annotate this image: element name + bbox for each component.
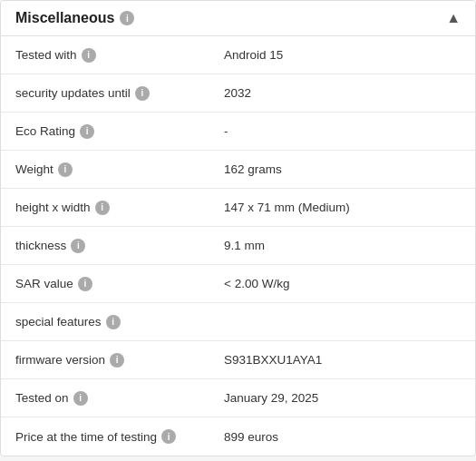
row-label: thicknessi	[15, 239, 224, 253]
row-info-icon[interactable]: i	[106, 315, 121, 329]
row-value: 9.1 mm	[224, 239, 461, 252]
row-label-text: Weight	[15, 162, 53, 176]
row-label-text: height x width	[15, 201, 91, 214]
row-info-icon[interactable]: i	[135, 86, 150, 101]
table-body: Tested withiAndroid 15security updates u…	[1, 36, 475, 456]
row-label-text: Eco Rating	[15, 124, 75, 138]
table-row: thicknessi9.1 mm	[1, 227, 475, 265]
row-label: Price at the time of testingi	[15, 429, 224, 444]
row-value: January 29, 2025	[224, 391, 461, 405]
row-label-text: SAR value	[15, 277, 73, 290]
row-info-icon[interactable]: i	[82, 48, 96, 63]
table-row: Tested oniJanuary 29, 2025	[1, 379, 475, 417]
row-label-text: firmware version	[15, 353, 105, 367]
card-title: Miscellaneous i	[15, 10, 134, 26]
row-info-icon[interactable]: i	[161, 429, 176, 444]
miscellaneous-card: Miscellaneous i ▲ Tested withiAndroid 15…	[0, 0, 476, 456]
table-row: security updates untili2032	[1, 74, 475, 113]
table-row: Eco Ratingi-	[1, 113, 475, 151]
table-row: Weighti162 grams	[1, 151, 475, 189]
card-title-text: Miscellaneous	[15, 10, 114, 26]
row-label: height x widthi	[15, 201, 224, 215]
row-value: 147 x 71 mm (Medium)	[224, 201, 461, 214]
row-value: 2032	[224, 86, 461, 100]
table-row: Price at the time of testingi899 euros	[1, 417, 475, 456]
row-label: Weighti	[15, 162, 224, 177]
row-value: -	[224, 124, 461, 138]
row-info-icon[interactable]: i	[58, 162, 73, 177]
row-label-text: Tested on	[15, 391, 69, 405]
row-label: firmware versioni	[15, 353, 224, 368]
row-info-icon[interactable]: i	[110, 353, 124, 368]
row-label-text: security updates until	[15, 86, 131, 100]
row-info-icon[interactable]: i	[71, 239, 85, 253]
row-value: < 2.00 W/kg	[224, 277, 461, 290]
row-label: security updates untili	[15, 86, 224, 101]
row-info-icon[interactable]: i	[95, 201, 110, 215]
row-label-text: Tested with	[15, 48, 77, 62]
row-info-icon[interactable]: i	[78, 277, 92, 291]
header-info-icon[interactable]: i	[120, 11, 134, 25]
row-label: SAR valuei	[15, 277, 224, 291]
row-value: 162 grams	[224, 162, 461, 176]
row-info-icon[interactable]: i	[80, 124, 94, 139]
row-label-text: Price at the time of testing	[15, 430, 157, 444]
row-label-text: thickness	[15, 239, 66, 252]
row-label: special featuresi	[15, 315, 224, 329]
row-value: S931BXXU1AYA1	[224, 353, 461, 367]
row-info-icon[interactable]: i	[73, 391, 88, 406]
row-label: Tested oni	[15, 391, 224, 406]
row-label: Tested withi	[15, 48, 224, 63]
table-row: firmware versioniS931BXXU1AYA1	[1, 341, 475, 379]
collapse-button[interactable]: ▲	[446, 10, 461, 26]
table-row: height x widthi147 x 71 mm (Medium)	[1, 189, 475, 227]
table-row: Tested withiAndroid 15	[1, 36, 475, 74]
table-row: special featuresi	[1, 303, 475, 341]
table-row: SAR valuei< 2.00 W/kg	[1, 265, 475, 303]
row-value: 899 euros	[224, 430, 461, 444]
row-label-text: special features	[15, 315, 102, 329]
row-label: Eco Ratingi	[15, 124, 224, 139]
card-header: Miscellaneous i ▲	[1, 1, 475, 36]
row-value: Android 15	[224, 48, 461, 62]
